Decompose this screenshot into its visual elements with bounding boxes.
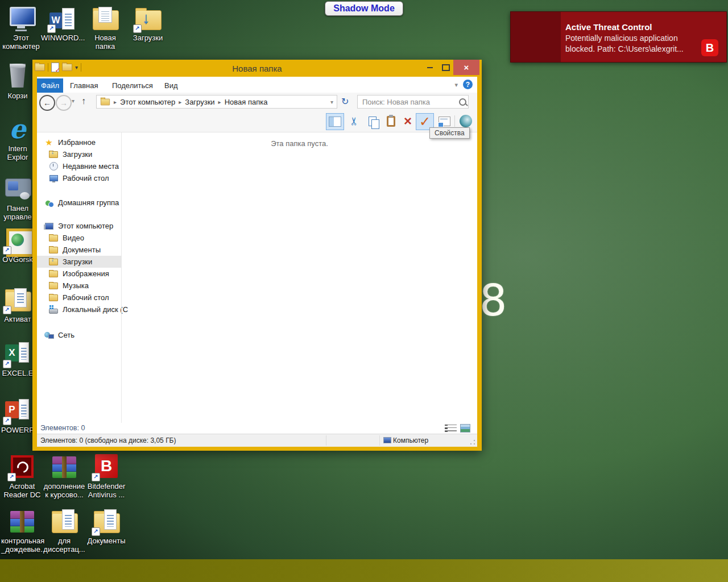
delete-x-icon: × [404,114,412,128]
title-bar[interactable]: ✓ ▾ Новая папка × [32,60,482,77]
sidebar-item-local-disk[interactable]: Локальный диск (C [37,304,121,315]
tab-share[interactable]: Поделиться [112,78,153,93]
document-icon [14,288,27,307]
control-panel-icon [5,178,31,197]
sidebar-item-favorites[interactable]: ★ Избранное [37,136,121,148]
sidebar-item-desktop[interactable]: Рабочий стол [37,292,121,304]
sidebar-label: Локальный диск (C [63,305,128,314]
help-icon[interactable]: ? [463,80,473,89]
tab-view[interactable]: Вид [164,78,178,93]
desktop-icon [49,174,58,183]
shell-button[interactable] [458,113,474,129]
tab-home[interactable]: Главная [70,78,98,93]
desktop-icon-rar-dopolnenie[interactable]: дополнениек курсово... [43,453,85,499]
address-box[interactable]: ▸ Этот компьютер ▸ Загрузки ▸ Новая папк… [96,95,337,109]
properties-window-icon [439,117,450,126]
delete-button[interactable]: × [400,113,416,129]
thumbnail-view-icon[interactable] [460,424,470,433]
desktop-icon-dokumenty[interactable]: ↗ Документы [85,508,127,545]
status-location: Компьютер [393,436,428,444]
document-icon [62,509,75,530]
sidebar-label: Сеть [58,331,75,339]
threat-notification[interactable]: Active Threat Control Potentially malici… [510,11,727,63]
desktop-icon-this-pc[interactable]: Этоткомпьютер [0,5,42,51]
properties-window-button[interactable] [436,113,452,129]
sidebar-item-documents[interactable]: Документы [37,244,121,256]
desktop-icon-winword[interactable]: W ↗ WINWORD... [41,5,83,42]
refresh-button[interactable]: ↻ [341,97,349,106]
sidebar-label: Рабочий стол [63,174,109,182]
desktop-icon-dlya-dissertacii[interactable]: длядиссертац... [43,508,85,554]
download-arrow-icon: ↓ [142,9,150,27]
icon-label: _дождевые... [1,545,43,554]
history-dropdown-icon[interactable]: ▾ [72,98,75,104]
back-button[interactable]: ← [39,95,55,111]
breadcrumb-separator: ▸ [179,99,181,105]
search-icon[interactable] [459,98,466,106]
computer-icon [383,437,391,443]
sidebar-item-downloads[interactable]: ↓ Загрузки [37,256,121,268]
sidebar-item-downloads-fav[interactable]: ↓ Загрузки [37,148,121,160]
up-button[interactable]: ↑ [81,96,86,106]
icon-label: к курсово... [43,490,85,499]
copy-button[interactable] [365,113,380,129]
sidebar-item-homegroup[interactable]: Домашняя группа [37,197,121,209]
sidebar-item-pictures[interactable]: Изображения [37,268,121,280]
shortcut-arrow-icon: ↗ [92,473,100,481]
tooltip-properties: Свойства [429,127,470,139]
sidebar-item-this-pc[interactable]: Этот компьютер [37,220,121,232]
icon-label: компьютер [0,42,42,51]
sidebar-item-video[interactable]: Видео [37,232,121,244]
cut-button[interactable]: ✂ [346,113,362,129]
items-count: Элементов: 0 [40,424,85,432]
desktop-icon-acrobat[interactable]: ↗ AcrobatReader DC [1,453,43,499]
folder-icon [49,246,58,255]
resize-grip[interactable] [469,439,476,446]
window-title: Новая папка [32,64,482,73]
bitdefender-logo-icon: B [701,39,718,56]
desktop-icon-downloads[interactable]: ↓ ↗ Загрузки [127,5,169,42]
window-body: Файл Главная Поделиться Вид ▾ ? ← → ▾ ↑ … [37,77,477,447]
shortcut-arrow-icon: ↗ [3,246,11,255]
sidebar-label: Документы [63,246,101,254]
pane-divider[interactable] [121,132,122,423]
paste-button[interactable] [383,113,399,129]
document-icon [62,8,75,30]
sidebar-item-desktop-fav[interactable]: Рабочий стол [37,172,121,184]
ribbon-expand-icon[interactable]: ▾ [454,81,458,89]
winrar-books-icon [10,511,34,533]
folder-download-icon: ↓ [49,257,58,267]
icon-label: Bitdefender [85,482,127,490]
desktop-icon-rar-kontrolnaya[interactable]: контрольная_дождевые... [1,508,43,554]
sidebar-item-music[interactable]: Музыка [37,280,121,292]
desktop-icon-bitdefender[interactable]: B ↗ BitdefenderAntivirus ... [85,453,127,499]
close-button[interactable]: × [453,60,479,75]
scissors-icon: ✂ [348,117,361,126]
address-dropdown-icon[interactable]: ▾ [330,99,333,105]
icon-label: Reader DC [1,490,43,499]
shortcut-arrow-icon: ↗ [7,473,16,481]
icon-label: Antivirus ... [85,490,127,499]
sidebar-item-recent-places[interactable]: Недавние места [37,160,121,172]
disk-icon [49,305,58,314]
preview-pane-button[interactable] [326,113,344,130]
tab-file[interactable]: Файл [37,78,63,93]
maximize-button[interactable] [439,60,453,75]
search-input[interactable] [357,95,469,109]
sidebar-label: Загрузки [63,150,92,159]
desktop-icon-new-folder[interactable]: Новая папка [84,5,126,51]
forward-button[interactable]: → [56,95,72,111]
breadcrumb-new-folder[interactable]: Новая папка [225,98,268,106]
shortcut-arrow-icon: ↗ [92,527,100,536]
shortcut-arrow-icon: ↗ [133,24,142,33]
star-icon: ★ [44,138,53,147]
powerpoint-tile-icon: P [5,401,19,418]
sidebar-item-network[interactable]: Сеть [37,329,121,341]
computer-icon [10,7,36,26]
document-icon [19,342,29,363]
notification-body-line2: blocked. Path: C:\Users\alexgrit... [565,44,684,53]
breadcrumb-this-pc[interactable]: Этот компьютер [120,98,175,106]
details-view-icon[interactable] [445,425,457,432]
breadcrumb-downloads[interactable]: Загрузки [185,98,214,106]
minimize-button[interactable] [423,60,437,75]
